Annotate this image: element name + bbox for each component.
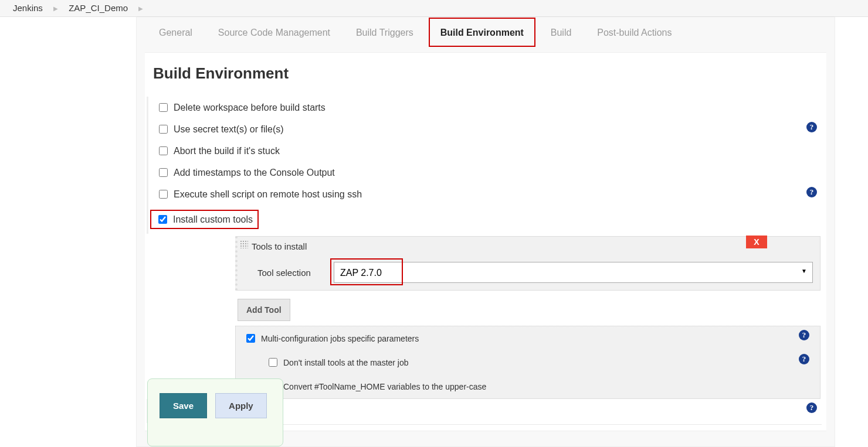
tools-box-title: Tools to install: [252, 241, 307, 251]
tools-to-install-box: X Tools to install Tool selection ZAP 2.…: [235, 236, 820, 291]
tool-selection-wrap: ZAP 2.7.0: [334, 262, 813, 283]
checkbox-install-custom-tools[interactable]: [158, 215, 167, 224]
build-environment-section: Build Environment Delete workspace befor…: [145, 52, 826, 431]
tab-post-build[interactable]: Post-build Actions: [585, 17, 683, 46]
drag-handle-icon[interactable]: [240, 240, 248, 248]
save-apply-footer: Save Apply: [147, 378, 283, 446]
chevron-right-icon: ▶: [45, 5, 66, 12]
tool-selection-label: Tool selection: [257, 268, 334, 278]
save-button[interactable]: Save: [160, 393, 207, 418]
label-dont-install-master: Don't install tools at the master job: [283, 358, 409, 367]
option-install-custom-tools: Install custom tools: [147, 205, 824, 234]
tool-selection-row: Tool selection ZAP 2.7.0: [238, 256, 820, 290]
help-icon[interactable]: ?: [799, 330, 809, 340]
option-timestamps: Add timestamps to the Console Output: [147, 162, 824, 183]
option-delete-workspace: Delete workspace before build starts: [147, 97, 824, 118]
help-icon[interactable]: ?: [806, 402, 817, 413]
tab-general[interactable]: General: [147, 17, 204, 46]
breadcrumb-jenkins[interactable]: Jenkins: [13, 3, 43, 13]
config-tabs: General Source Code Management Build Tri…: [137, 17, 835, 46]
label-abort-stuck: Abort the build if it's stuck: [174, 146, 280, 156]
checkbox-ssh-shell[interactable]: [159, 190, 168, 199]
add-tool-button[interactable]: Add Tool: [238, 299, 290, 321]
page-title: Build Environment: [153, 64, 824, 83]
tab-scm[interactable]: Source Code Management: [206, 17, 342, 46]
tools-box-header: Tools to install: [238, 237, 820, 256]
breadcrumb: Jenkins ▶ ZAP_CI_Demo ▶: [0, 0, 868, 17]
tab-build-environment[interactable]: Build Environment: [429, 18, 535, 47]
help-icon[interactable]: ?: [806, 122, 817, 132]
help-icon[interactable]: ?: [799, 354, 809, 364]
checkbox-delete-workspace[interactable]: [159, 103, 168, 112]
checkbox-abort-stuck[interactable]: [159, 146, 168, 155]
option-abort-stuck: Abort the build if it's stuck: [147, 140, 824, 162]
tab-build[interactable]: Build: [539, 17, 584, 46]
config-panel: General Source Code Management Build Tri…: [136, 16, 835, 447]
label-use-secret: Use secret text(s) or file(s): [174, 124, 284, 135]
checkbox-dont-install-master[interactable]: [269, 358, 277, 367]
option-convert-home: Convert #ToolName_HOME variables to the …: [236, 374, 820, 398]
tools-actions: Add Tool: [235, 294, 820, 326]
option-multi-config: Multi-configuration jobs specific parame…: [236, 326, 820, 350]
apply-button[interactable]: Apply: [215, 393, 267, 418]
help-icon[interactable]: ?: [806, 187, 817, 197]
option-dont-install-master: Don't install tools at the master job ?: [236, 350, 820, 374]
option-ssh-shell: Execute shell script on remote host usin…: [147, 183, 824, 205]
label-multi-config: Multi-configuration jobs specific parame…: [261, 334, 419, 343]
tool-selection-dropdown[interactable]: ZAP 2.7.0: [334, 262, 813, 283]
tab-build-triggers[interactable]: Build Triggers: [344, 17, 425, 46]
highlight-box: Install custom tools: [150, 210, 259, 229]
checkbox-use-secret[interactable]: [159, 125, 168, 134]
label-convert-home: Convert #ToolName_HOME variables to the …: [283, 382, 486, 391]
breadcrumb-job[interactable]: ZAP_CI_Demo: [69, 3, 128, 13]
label-install-custom-tools: Install custom tools: [173, 214, 253, 225]
label-delete-workspace: Delete workspace before build starts: [174, 103, 326, 113]
checkbox-multi-config[interactable]: [246, 334, 255, 343]
option-use-secret: Use secret text(s) or file(s) ?: [147, 118, 824, 140]
chevron-right-icon: ▶: [130, 5, 151, 12]
multi-config-box: Multi-configuration jobs specific parame…: [235, 326, 820, 399]
checkbox-timestamps[interactable]: [159, 168, 168, 177]
label-timestamps: Add timestamps to the Console Output: [174, 168, 335, 178]
label-ssh-shell: Execute shell script on remote host usin…: [174, 189, 362, 200]
